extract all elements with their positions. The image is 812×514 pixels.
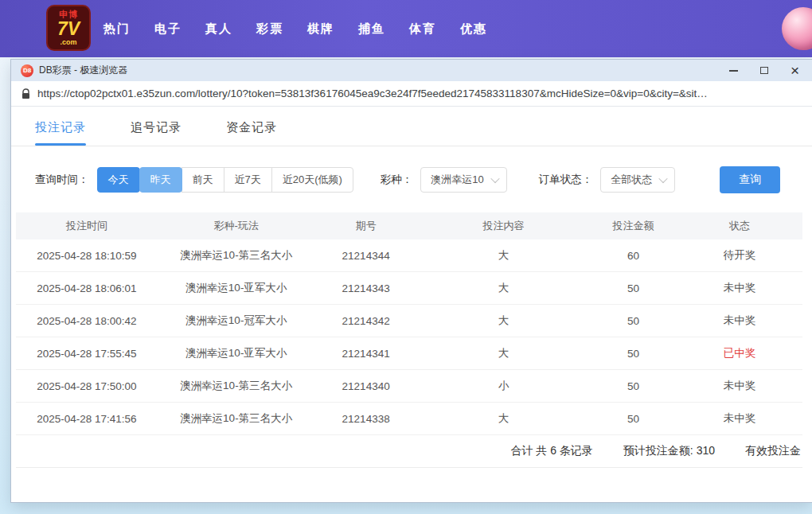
nav-item-hot[interactable]: 热门	[103, 21, 131, 37]
cell-issue: 21214338	[314, 413, 416, 425]
order-status-value: 全部状态	[611, 173, 652, 187]
cell-issue: 21214344	[314, 250, 416, 262]
cell-game: 澳洲幸运10-亚军大小	[158, 346, 315, 360]
bet-records-table: 投注时间 彩种-玩法 期号 投注内容 投注金额 状态 2025-04-28 18…	[11, 212, 812, 468]
cell-amount: 50	[590, 380, 677, 392]
app-icon: D8	[21, 64, 33, 77]
table-header-row: 投注时间 彩种-玩法 期号 投注内容 投注金额 状态	[16, 212, 802, 239]
cell-content: 大	[417, 346, 590, 360]
summary-expected-amount: 预计投注金额: 310	[623, 444, 715, 458]
summary-valid-amount: 有效投注金	[745, 444, 801, 458]
close-icon[interactable]: ×	[791, 64, 799, 77]
url-text[interactable]: https://ctop02pctx01.e35zun.com/lottery/…	[37, 88, 708, 99]
window-titlebar: D8 DB彩票 - 极速浏览器 ×	[11, 60, 812, 81]
nav-item-chess[interactable]: 棋牌	[307, 21, 334, 37]
time-option-day-before[interactable]: 前天	[182, 167, 224, 193]
cell-time: 2025-04-28 18:00:42	[16, 315, 158, 327]
browser-window: D8 DB彩票 - 极速浏览器 × https://ctop02pctx01.e…	[11, 60, 812, 502]
cell-status: 待开奖	[677, 248, 802, 263]
cell-amount: 60	[590, 250, 677, 262]
table-summary-row: 合计 共 6 条记录 预计投注金额: 310 有效投注金	[16, 435, 802, 468]
tab-bet-records[interactable]: 投注记录	[35, 120, 86, 146]
cell-amount: 50	[590, 282, 677, 294]
window-title: DB彩票 - 极速浏览器	[39, 64, 127, 77]
summary-total: 合计 共 6 条记录	[510, 444, 592, 458]
lottery-select-value: 澳洲幸运10	[431, 173, 483, 187]
cell-issue: 21214340	[314, 380, 416, 392]
logo-sub-text: .com	[60, 38, 76, 46]
cell-game: 澳洲幸运10-第三名大小	[158, 411, 315, 426]
cell-time: 2025-04-28 18:06:01	[16, 282, 158, 294]
cell-game: 澳洲幸运10-第三名大小	[158, 379, 315, 393]
cell-status: 未中奖	[677, 411, 802, 426]
cell-status: 未中奖	[677, 313, 802, 328]
chevron-down-icon	[490, 174, 499, 183]
search-button[interactable]: 查询	[720, 166, 780, 193]
table-row: 2025-04-28 17:50:00 澳洲幸运10-第三名大小 2121434…	[16, 370, 802, 403]
tab-fund-records[interactable]: 资金记录	[226, 120, 277, 146]
nav-item-sports[interactable]: 体育	[409, 21, 436, 37]
col-header-time: 投注时间	[16, 219, 158, 233]
user-avatar[interactable]	[782, 7, 812, 50]
cell-amount: 50	[590, 413, 677, 425]
cell-time: 2025-04-28 18:10:59	[16, 250, 158, 262]
cell-game: 澳洲幸运10-亚军大小	[158, 281, 315, 295]
status-filter-label: 订单状态：	[539, 173, 593, 187]
time-option-20days[interactable]: 近20天(低频)	[271, 167, 353, 193]
cell-issue: 21214343	[314, 282, 416, 294]
cell-amount: 50	[590, 315, 677, 327]
table-row: 2025-04-28 18:00:42 澳洲幸运10-冠军大小 21214342…	[16, 305, 802, 337]
cell-content: 大	[417, 248, 590, 263]
col-header-issue: 期号	[314, 219, 416, 233]
chevron-down-icon	[659, 174, 668, 183]
nav-item-lottery[interactable]: 彩票	[256, 21, 283, 37]
col-header-game: 彩种-玩法	[158, 219, 315, 233]
main-nav: 热门 电子 真人 彩票 棋牌 捕鱼 体育 优惠	[103, 0, 487, 57]
tab-chase-records[interactable]: 追号记录	[131, 120, 182, 146]
cell-issue: 21214341	[314, 348, 416, 360]
time-range-segment: 今天 昨天 前天 近7天 近20天(低频)	[97, 167, 353, 193]
maximize-icon[interactable]	[760, 64, 768, 77]
cell-content: 大	[417, 411, 590, 426]
site-logo[interactable]: 申博 7V .com	[46, 5, 91, 51]
order-status-select[interactable]: 全部状态	[600, 167, 675, 193]
table-row: 2025-04-28 17:41:56 澳洲幸运10-第三名大小 2121433…	[16, 403, 802, 435]
cell-content: 大	[417, 313, 590, 328]
nav-item-promo[interactable]: 优惠	[460, 21, 487, 37]
lottery-select[interactable]: 澳洲幸运10	[420, 167, 506, 193]
address-bar: https://ctop02pctx01.e35zun.com/lottery/…	[11, 81, 812, 107]
cell-game: 澳洲幸运10-冠军大小	[158, 313, 315, 328]
cell-content: 小	[417, 379, 590, 393]
cell-time: 2025-04-28 17:50:00	[16, 380, 158, 392]
site-header: 申博 7V .com 热门 电子 真人 彩票 棋牌 捕鱼 体育 优惠	[0, 0, 812, 57]
cell-game: 澳洲幸运10-第三名大小	[158, 248, 315, 263]
time-filter-label: 查询时间：	[35, 173, 89, 187]
table-row: 2025-04-28 18:06:01 澳洲幸运10-亚军大小 21214343…	[16, 272, 802, 305]
nav-item-live[interactable]: 真人	[205, 21, 232, 37]
cell-amount: 50	[590, 348, 677, 360]
cell-status: 未中奖	[677, 281, 802, 295]
col-header-status: 状态	[677, 219, 802, 233]
lock-icon	[21, 88, 30, 99]
logo-main-text: 7V	[57, 19, 80, 38]
col-header-content: 投注内容	[417, 219, 590, 233]
cell-time: 2025-04-28 17:55:45	[16, 348, 158, 360]
cell-status: 已中奖	[677, 346, 802, 360]
cell-issue: 21214342	[314, 315, 416, 327]
lottery-filter-label: 彩种：	[381, 173, 413, 187]
nav-item-electronic[interactable]: 电子	[154, 21, 182, 37]
nav-item-fishing[interactable]: 捕鱼	[358, 21, 385, 37]
cell-status: 未中奖	[677, 379, 802, 393]
minimize-icon[interactable]	[729, 64, 738, 77]
filter-bar: 查询时间： 今天 昨天 前天 近7天 近20天(低频) 彩种： 澳洲幸运10 订…	[35, 166, 812, 193]
cell-content: 大	[417, 281, 590, 295]
time-option-today[interactable]: 今天	[97, 167, 140, 193]
table-row: 2025-04-28 18:10:59 澳洲幸运10-第三名大小 2121434…	[16, 239, 802, 272]
time-option-7days[interactable]: 近7天	[224, 167, 272, 193]
time-option-yesterday[interactable]: 昨天	[139, 167, 182, 193]
table-row: 2025-04-28 17:55:45 澳洲幸运10-亚军大小 21214341…	[16, 337, 802, 370]
cell-time: 2025-04-28 17:41:56	[16, 413, 158, 425]
col-header-amount: 投注金额	[590, 219, 677, 233]
window-controls: ×	[729, 64, 802, 77]
record-tabs: 投注记录 追号记录 资金记录	[11, 107, 812, 146]
